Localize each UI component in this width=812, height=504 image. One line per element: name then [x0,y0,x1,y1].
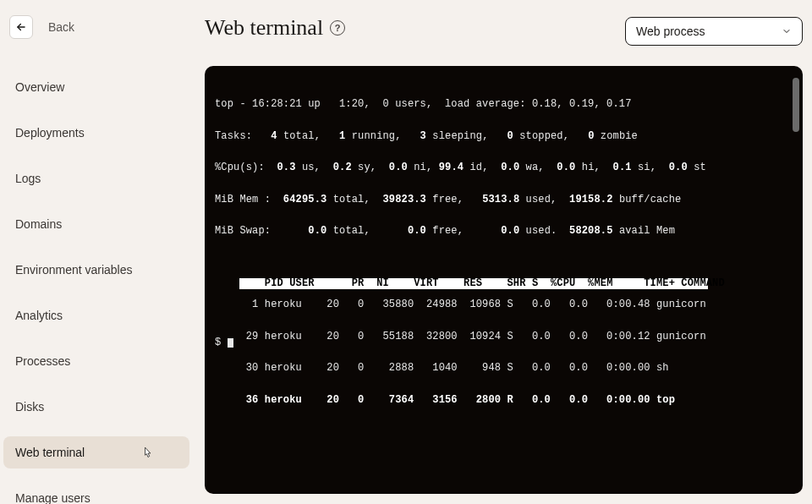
sidebar-item-environment-variables[interactable]: Environment variables [3,254,189,286]
terminal-line: top - 16:28:21 up 1:20, 0 users, load av… [215,99,793,110]
scrollbar[interactable] [793,78,799,132]
back-arrow-icon [9,15,33,39]
sidebar-item-manage-users[interactable]: Manage users [3,482,189,504]
terminal-line: %Cpu(s): 0.3 us, 0.2 sy, 0.0 ni, 99.4 id… [215,162,793,173]
process-row: 36 heroku 20 0 7364 3156 2800 R 0.0 0.0 … [215,395,793,406]
sidebar-item-overview[interactable]: Overview [3,71,189,103]
terminal-prompt[interactable]: $ [215,337,233,348]
sidebar-item-label: Overview [15,80,64,94]
process-table-header: PID USER PR NI VIRT RES SHR S %CPU %MEM … [239,278,708,289]
sidebar-item-web-terminal[interactable]: Web terminal [3,436,189,468]
sidebar-item-processes[interactable]: Processes [3,345,189,377]
chevron-down-icon [782,26,792,36]
process-row: 1 heroku 20 0 35880 24988 10968 S 0.0 0.… [215,299,793,310]
sidebar-item-label: Logs [15,172,41,185]
sidebar-item-label: Disks [15,400,44,414]
sidebar-item-label: Environment variables [15,263,133,277]
sidebar-item-label: Processes [15,354,70,368]
sidebar-item-label: Domains [15,217,62,231]
process-row: 29 heroku 20 0 55188 32800 10924 S 0.0 0… [215,331,793,342]
pointer-cursor-icon [142,446,154,463]
sidebar: Overview Deployments Logs Domains Enviro… [0,66,193,504]
sidebar-item-label: Analytics [15,309,63,322]
sidebar-item-label: Manage users [15,491,91,504]
terminal-output[interactable]: top - 16:28:21 up 1:20, 0 users, load av… [205,66,803,494]
terminal-line: MiB Mem : 64295.3 total, 39823.3 free, 5… [215,194,793,205]
sidebar-item-logs[interactable]: Logs [3,162,189,194]
help-icon[interactable]: ? [330,20,345,36]
terminal-line: MiB Swap: 0.0 total, 0.0 free, 0.0 used.… [215,226,793,237]
page-title: Web terminal [205,15,323,41]
sidebar-item-disks[interactable]: Disks [3,391,189,423]
terminal-line: Tasks: 4 total, 1 running, 3 sleeping, 0… [215,131,793,142]
process-select[interactable]: Web process [625,17,803,46]
sidebar-item-domains[interactable]: Domains [3,208,189,240]
sidebar-item-label: Web terminal [15,446,85,459]
sidebar-item-label: Deployments [15,126,85,140]
back-button[interactable]: Back [9,15,74,39]
sidebar-item-deployments[interactable]: Deployments [3,117,189,149]
back-label: Back [48,20,74,34]
sidebar-item-analytics[interactable]: Analytics [3,299,189,331]
process-select-label: Web process [636,25,705,38]
process-row: 30 heroku 20 0 2888 1040 948 S 0.0 0.0 0… [215,363,793,374]
cursor-block-icon [228,338,233,348]
